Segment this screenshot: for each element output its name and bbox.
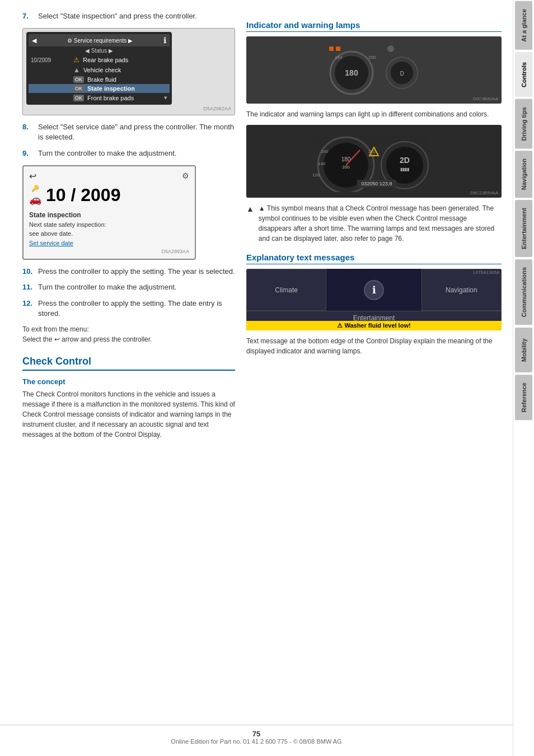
svg-text:2D: 2D	[400, 156, 410, 165]
step-9: 9. Turn the controller to make the adjus…	[22, 148, 235, 158]
svg-rect-8	[329, 46, 334, 51]
menu-header: ◀ ⚙ Service requirements ▶ ℹ	[29, 34, 170, 46]
svg-point-10	[387, 45, 394, 52]
to-exit-line2: Select the ↩ arrow and press the control…	[22, 334, 235, 344]
svg-rect-9	[336, 46, 340, 51]
dash2-annotation: D9C2JB5VAA	[470, 190, 498, 195]
svg-text:D: D	[400, 71, 404, 77]
control-display-image: Climate ℹ Navigation Entertainment	[246, 269, 502, 330]
sidebar-tab-navigation[interactable]: Navigation	[515, 151, 532, 198]
step-text-12: Press the controller to apply the settin…	[38, 298, 235, 319]
menu-sub: ◀ Status ▶	[29, 46, 170, 55]
sidebar: At a glance Controls Driving tips Naviga…	[513, 0, 534, 756]
sidebar-tab-communications[interactable]: Communications	[515, 259, 532, 325]
step-text-10: Press the controller to apply the settin…	[38, 267, 235, 277]
dashboard-image-2: 180 200 160 220 140 120 2D ▮▮▮▮ !	[246, 125, 502, 198]
step-8: 8. Select "Set service date" and press t…	[22, 122, 235, 142]
sidebar-tab-at-a-glance[interactable]: At a glance	[515, 1, 532, 50]
step-number-7: 7.	[22, 11, 34, 21]
page-footer: 75 Online Edition for Part no. 01 41 2 6…	[0, 725, 513, 745]
svg-text:!: !	[373, 151, 374, 156]
date-label: State inspection	[29, 210, 189, 220]
step-11: 11. Turn the controller to make the adju…	[22, 282, 235, 292]
step-10: 10. Press the controller to apply the se…	[22, 267, 235, 277]
date-screen-annotation: D5A2993AA	[29, 249, 189, 254]
step-number-9: 9.	[22, 148, 34, 158]
sidebar-tab-reference[interactable]: Reference	[515, 375, 532, 420]
menu-row-front-brake: OK Front brake pads ▾	[29, 93, 170, 102]
navigation-tab: Navigation	[421, 269, 502, 311]
date-line2: see above date.	[29, 229, 189, 239]
svg-text:200: 200	[342, 165, 350, 170]
to-exit-section: To exit from the menu: Select the ↩ arro…	[22, 324, 235, 344]
svg-text:120: 120	[312, 172, 320, 178]
back-arrow-icon: ↩	[29, 171, 36, 181]
control-display-annotation: L6T6A1365A	[473, 270, 499, 275]
step-number-11: 11.	[22, 282, 34, 292]
date-screen: ↩ ⚙ 🔑 🚗 10 / 2009 State inspection Next …	[22, 165, 196, 260]
step-number-8: 8.	[22, 122, 34, 142]
climate-tab: Climate	[246, 269, 326, 311]
step-text-11: Turn the controller to make the adjustme…	[38, 282, 176, 292]
copyright-text: Online Edition for Part no. 01 41 2 600 …	[0, 738, 513, 745]
sidebar-tab-controls[interactable]: Controls	[515, 52, 532, 97]
step-12: 12. Press the controller to apply the se…	[22, 298, 235, 319]
step-number-10: 10.	[22, 267, 34, 277]
dashboard-image-1: 180 160 200 D D9C3B82AA	[246, 36, 502, 104]
step-number-12: 12.	[22, 298, 34, 319]
screen1-annotation: D5A2962AA	[26, 106, 231, 111]
menu-row-brake-fluid: OK Brake fluid	[29, 75, 170, 84]
svg-text:140: 140	[318, 161, 326, 166]
svg-text:▮▮▮▮: ▮▮▮▮	[400, 167, 409, 172]
dash1-annotation: D9C3B82AA	[473, 96, 498, 101]
svg-text:200: 200	[368, 55, 376, 60]
warning-text: ▲ This symbol means that a Check Control…	[259, 203, 502, 244]
svg-text:180: 180	[345, 68, 358, 77]
indicator-section-title: Indicator and warning lamps	[246, 20, 502, 32]
step-text-9: Turn the controller to make the adjustme…	[38, 148, 176, 158]
concept-subtitle: The concept	[22, 377, 235, 386]
check-control-title: Check Control	[22, 356, 235, 371]
sidebar-tab-driving-tips[interactable]: Driving tips	[515, 99, 532, 149]
washer-message-bar: ⚠ Washer fluid level low!	[246, 321, 502, 330]
explanatory-section-title: Explanatory text messages	[246, 253, 502, 264]
sidebar-tab-entertainment[interactable]: Entertainment	[515, 200, 532, 257]
svg-point-21	[386, 147, 423, 184]
warning-note: ▲ ▲ This symbol means that a Check Contr…	[246, 203, 502, 244]
menu-row-brake-pads: 10/2009 ⚠ Rear brake pads	[29, 55, 170, 65]
svg-text:160: 160	[335, 55, 343, 60]
service-requirements-screen: ◀ ⚙ Service requirements ▶ ℹ ◀ Status ▶ …	[22, 28, 235, 115]
sidebar-tab-mobility[interactable]: Mobility	[515, 328, 532, 372]
menu-row-state-inspection: OK State inspection	[29, 84, 170, 93]
date-line3: Set service date	[29, 239, 189, 248]
settings-icon: ⚙	[182, 171, 189, 180]
svg-text:160: 160	[321, 149, 329, 154]
step-7: 7. Select "State inspection" and press t…	[22, 11, 235, 21]
to-exit-line1: To exit from the menu:	[22, 324, 235, 334]
page-number: 75	[0, 730, 513, 738]
concept-body: The Check Control monitors functions in …	[22, 389, 235, 440]
center-area: ℹ	[326, 269, 421, 311]
step-text-7: Select "State inspection" and press the …	[38, 11, 197, 21]
indicator-text: The indicator and warning lamps can ligh…	[246, 109, 502, 119]
warning-triangle-icon: ▲	[246, 203, 254, 244]
explanatory-text: Text message at the bottom edge of the C…	[246, 336, 502, 356]
menu-row-vehicle-check: ▲ Vehicle check	[29, 65, 170, 75]
date-value: 10 / 2009	[46, 185, 120, 206]
date-line1: Next state safety inspection:	[29, 220, 189, 230]
svg-text:032050  123.8: 032050 123.8	[361, 181, 392, 186]
step-text-8: Select "Set service date" and press the …	[38, 122, 235, 142]
